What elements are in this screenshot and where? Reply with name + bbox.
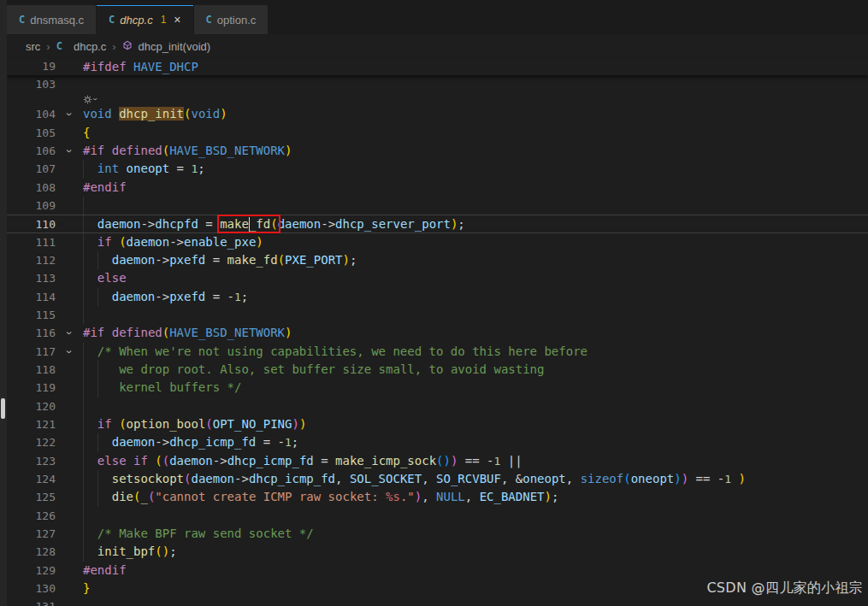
tab-option-c[interactable]: C option.c <box>194 5 269 34</box>
line-number[interactable]: 114 <box>7 288 56 306</box>
code-line[interactable]: 112 daemon->pxefd = make_fd(PXE_PORT); <box>7 251 868 269</box>
code-line[interactable]: 129#endif <box>7 562 868 580</box>
line-number[interactable]: 105 <box>7 124 56 142</box>
code-line[interactable]: 121 if (option_bool(OPT_NO_PING)) <box>7 415 868 433</box>
code-line[interactable]: 103 <box>7 75 868 93</box>
fold-chevron-icon[interactable]: › <box>60 149 78 152</box>
code-line[interactable]: 107 int oneopt = 1; <box>7 160 868 178</box>
code-line-content[interactable] <box>83 306 868 324</box>
line-number[interactable]: 120 <box>7 397 56 415</box>
tab-dhcp-c[interactable]: C dhcp.c 1 × <box>97 5 192 34</box>
code-line-content[interactable]: setsockopt(daemon->dhcp_icmp_fd, SOL_SOC… <box>83 470 868 488</box>
code-line[interactable]: 114 daemon->pxefd = -1; <box>7 288 868 306</box>
line-number[interactable]: 131 <box>7 597 56 606</box>
code-line[interactable]: 117› /* When we're not using capabilitie… <box>7 343 868 361</box>
line-number[interactable]: 106 <box>7 142 56 160</box>
line-number[interactable]: 124 <box>7 470 56 488</box>
code-line-content[interactable]: #endif <box>83 562 868 580</box>
code-line-content[interactable]: we drop root. Also, set buffer size smal… <box>83 361 868 379</box>
gutter-fold-area <box>56 269 83 287</box>
code-line-content[interactable]: if (option_bool(OPT_NO_PING)) <box>83 415 868 433</box>
line-number[interactable]: 129 <box>7 562 56 580</box>
code-line[interactable]: 110 daemon->dhcpfd = make_fd(daemon->dhc… <box>7 215 868 232</box>
code-line-content[interactable] <box>83 507 868 525</box>
line-number[interactable]: 130 <box>7 580 56 597</box>
tab-dnsmasq-c[interactable]: C dnsmasq.c <box>7 5 96 34</box>
code-line-content[interactable]: init_bpf(); <box>83 543 868 561</box>
code-line[interactable]: 123 else if ((daemon->dhcp_icmp_fd = mak… <box>7 452 868 470</box>
line-number[interactable]: 110 <box>7 215 56 232</box>
code-line[interactable]: 120 <box>7 397 868 415</box>
code-line-content[interactable]: daemon->pxefd = -1; <box>83 288 868 306</box>
code-line[interactable]: 131 <box>7 597 868 606</box>
code-line-content[interactable]: daemon->dhcp_icmp_fd = -1; <box>83 433 868 451</box>
line-number[interactable]: 117 <box>7 343 56 361</box>
code-line-content[interactable] <box>83 397 868 415</box>
code-line[interactable]: 122 daemon->dhcp_icmp_fd = -1; <box>7 433 868 451</box>
code-line[interactable]: 116›#if defined(HAVE_BSD_NETWORK) <box>7 324 868 342</box>
line-number[interactable]: 103 <box>7 75 56 93</box>
code-line[interactable]: 111 if (daemon->enable_pxe) <box>7 233 868 251</box>
code-line-content[interactable]: else <box>83 269 868 287</box>
close-icon[interactable]: × <box>174 13 180 26</box>
gear-icon[interactable]: › <box>83 93 96 105</box>
code-line[interactable]: 125 die(_("cannot create ICMP raw socket… <box>7 488 868 506</box>
scroll-indicator[interactable] <box>1 398 5 419</box>
code-line-content[interactable] <box>83 197 868 215</box>
code-line[interactable]: 106›#if defined(HAVE_BSD_NETWORK) <box>7 142 868 160</box>
code-line-content[interactable]: die(_("cannot create ICMP raw socket: %s… <box>83 488 868 506</box>
code-line[interactable]: 127 /* Make BPF raw send socket */ <box>7 525 868 543</box>
code-line-content[interactable]: #if defined(HAVE_BSD_NETWORK) <box>83 324 868 342</box>
code-line[interactable]: 109 <box>7 197 868 215</box>
line-number[interactable]: 104 <box>7 105 56 123</box>
code-line-content[interactable] <box>83 597 868 606</box>
line-number[interactable]: 108 <box>7 179 56 197</box>
line-number[interactable]: 121 <box>7 415 56 433</box>
code-line[interactable]: 108#endif <box>7 179 868 197</box>
line-number[interactable]: 116 <box>7 324 56 342</box>
code-line[interactable]: 128 init_bpf(); <box>7 543 868 561</box>
line-number[interactable]: 128 <box>7 543 56 561</box>
line-number[interactable]: 122 <box>7 433 56 451</box>
breadcrumb-item-src[interactable]: src <box>26 40 40 53</box>
code-line[interactable]: 126 <box>7 507 868 525</box>
line-number[interactable]: 126 <box>7 507 56 525</box>
line-number[interactable]: 112 <box>7 251 56 269</box>
code-line-content[interactable] <box>83 75 868 93</box>
code-line-content[interactable]: else if ((daemon->dhcp_icmp_fd = make_ic… <box>83 452 868 470</box>
line-number[interactable]: 125 <box>7 488 56 506</box>
code-line[interactable]: 104›void dhcp_init(void) <box>7 105 868 123</box>
line-number[interactable]: 119 <box>7 379 56 397</box>
fold-chevron-icon[interactable]: › <box>60 332 78 335</box>
breadcrumb-item-file[interactable]: dhcp.c <box>74 40 106 53</box>
breadcrumb-item-symbol[interactable]: dhcp_init(void) <box>139 40 211 53</box>
fold-chevron-icon[interactable]: › <box>60 350 78 353</box>
line-number[interactable]: 118 <box>7 361 56 379</box>
code-line[interactable]: 115 <box>7 306 868 324</box>
code-line-content[interactable]: int oneopt = 1; <box>83 160 868 178</box>
code-line-content[interactable]: /* When we're not using capabilities, we… <box>83 343 868 361</box>
line-number[interactable]: 127 <box>7 525 56 543</box>
code-line-content[interactable]: daemon->dhcpfd = make_fd(daemon->dhcp_se… <box>83 215 868 232</box>
code-line-content[interactable]: daemon->pxefd = make_fd(PXE_PORT); <box>83 251 868 269</box>
code-line[interactable]: 124 setsockopt(daemon->dhcp_icmp_fd, SOL… <box>7 470 868 488</box>
code-line[interactable]: 119 kernel buffers */ <box>7 379 868 397</box>
line-number[interactable]: 123 <box>7 452 56 470</box>
line-number[interactable]: 109 <box>7 197 56 215</box>
line-number[interactable]: 111 <box>7 233 56 251</box>
code-line-content[interactable]: if (daemon->enable_pxe) <box>83 233 868 251</box>
line-number[interactable]: 107 <box>7 160 56 178</box>
code-line[interactable]: 118 we drop root. Also, set buffer size … <box>7 361 868 379</box>
code-line[interactable]: 113 else <box>7 269 868 287</box>
sticky-scroll-line[interactable]: 19 #ifdef HAVE_DHCP <box>7 58 868 75</box>
fold-chevron-icon[interactable]: › <box>60 113 78 116</box>
code-line-content[interactable]: kernel buffers */ <box>83 379 868 397</box>
code-line[interactable]: 105{ <box>7 124 868 142</box>
code-line-content[interactable]: #endif <box>83 179 868 197</box>
code-line-content[interactable]: #if defined(HAVE_BSD_NETWORK) <box>83 142 868 160</box>
code-line-content[interactable]: { <box>83 124 868 142</box>
line-number[interactable]: 115 <box>7 306 56 324</box>
code-line-content[interactable]: void dhcp_init(void) <box>83 105 868 123</box>
line-number[interactable]: 113 <box>7 269 56 287</box>
code-line-content[interactable]: /* Make BPF raw send socket */ <box>83 525 868 543</box>
